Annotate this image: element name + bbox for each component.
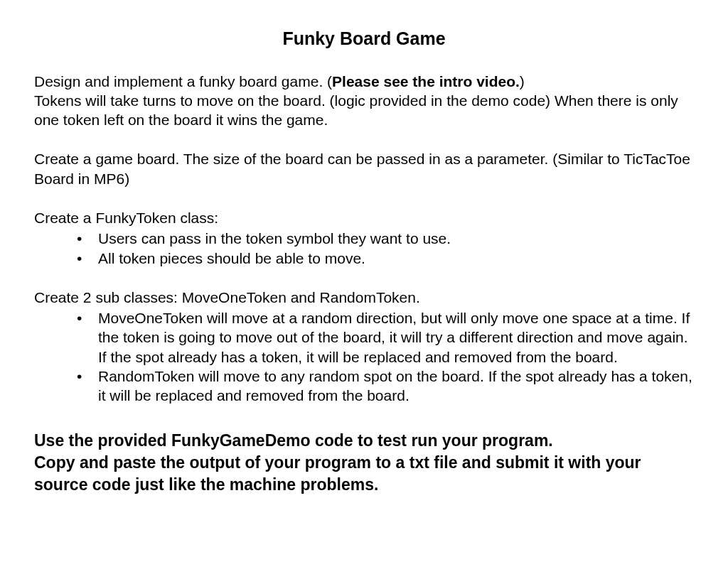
instructions-block: Use the provided FunkyGameDemo code to t… — [34, 430, 694, 496]
subclasses-heading: Create 2 sub classes: MoveOneToken and R… — [34, 288, 694, 307]
intro-sentence2: Tokens will take turns to move on the bo… — [34, 92, 678, 128]
intro-paragraph: Design and implement a funky board game.… — [34, 72, 694, 130]
instruction-line-2: Copy and paste the output of your progra… — [34, 452, 694, 496]
intro-sentence1-part2: ) — [520, 73, 525, 90]
list-item: All token pieces should be able to move. — [77, 249, 694, 268]
subclasses-bullets: MoveOneToken will move at a random direc… — [34, 308, 694, 405]
board-paragraph: Create a game board. The size of the boa… — [34, 149, 694, 188]
document-title: Funky Board Game — [34, 27, 694, 50]
intro-sentence1-bold: Please see the intro video. — [332, 73, 520, 90]
instruction-line-1: Use the provided FunkyGameDemo code to t… — [34, 430, 694, 452]
funkytoken-heading: Create a FunkyToken class: — [34, 208, 694, 227]
funkytoken-bullets: Users can pass in the token symbol they … — [34, 229, 694, 268]
list-item: MoveOneToken will move at a random direc… — [77, 308, 694, 367]
intro-sentence1-part1: Design and implement a funky board game.… — [34, 73, 332, 90]
list-item: RandomToken will move to any random spot… — [77, 367, 694, 406]
list-item: Users can pass in the token symbol they … — [77, 229, 694, 248]
